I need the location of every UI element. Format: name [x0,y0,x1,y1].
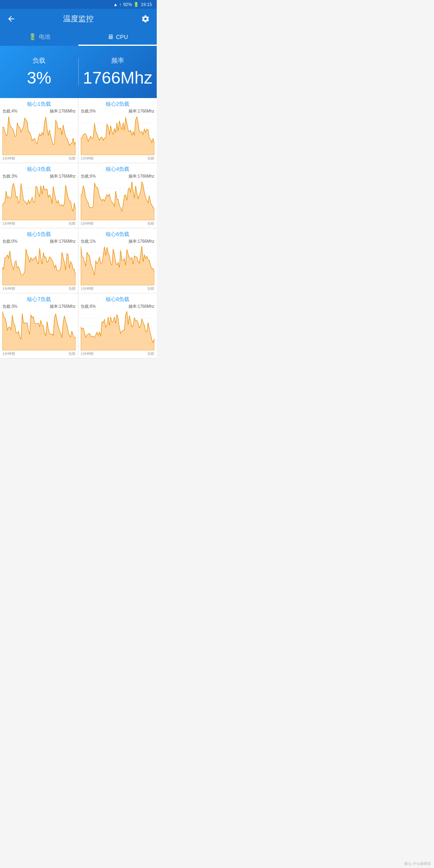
time-end-2: 当前 [147,156,154,161]
core-load-6: 负载:1% [81,239,96,244]
time-end-5: 当前 [68,286,76,291]
core-title-2: 核心2负载 [81,100,154,108]
core-stats-7: 负载:3% 频率:1766Mhz [2,304,76,309]
core-title-7: 核心7负载 [2,296,76,303]
core-chart-4: 核心4负载 负载:6% 频率:1766Mhz 1分钟前 当前 [78,163,157,228]
time-end-7: 当前 [68,351,76,356]
time-start-3: 1分钟前 [2,221,15,226]
core-freq-5: 频率:1766Mhz [50,239,76,244]
core-stats-3: 负载:3% 频率:1766Mhz [2,174,76,179]
back-button[interactable] [5,12,18,25]
chart-time-labels-2: 1分钟前 当前 [81,156,154,161]
core-freq-1: 频率:1766Mhz [50,108,76,114]
summary-header: 负载 3% 频率 1766Mhz [0,46,157,98]
chart-time-labels-3: 1分钟前 当前 [2,221,76,226]
core-title-5: 核心5负载 [2,231,76,238]
battery-icon: 🔋 [133,2,139,7]
chart-time-labels-6: 1分钟前 当前 [81,286,154,291]
core-stats-5: 负载:0% 频率:1766Mhz [2,239,76,244]
chart-area-5 [2,245,76,285]
core-freq-2: 频率:1766Mhz [129,108,154,114]
time-start-1: 1分钟前 [2,156,15,161]
load-label: 负载 [33,57,45,65]
time-end-3: 当前 [68,221,76,226]
page-title: 温度监控 [18,14,139,24]
core-freq-7: 频率:1766Mhz [50,304,76,309]
chart-area-2 [81,115,154,155]
status-icons: ▲ ↑ 92% 🔋 19:15 [113,2,152,7]
load-summary: 负载 3% [0,54,78,90]
time-start-2: 1分钟前 [81,156,94,161]
core-stats-6: 负载:1% 频率:1766Mhz [81,239,154,244]
core-freq-8: 频率:1766Mhz [129,304,154,309]
chart-time-labels-4: 1分钟前 当前 [81,221,154,226]
time-start-5: 1分钟前 [2,286,15,291]
core-load-7: 负载:3% [2,304,17,309]
freq-label: 频率 [111,57,124,65]
tab-cpu[interactable]: 🖥 CPU [78,29,157,46]
core-title-4: 核心4负载 [81,166,154,173]
clock: 19:15 [141,2,152,7]
battery-tab-icon: 🔋 [29,33,37,41]
status-bar: ▲ ↑ 92% 🔋 19:15 [0,0,157,9]
core-freq-4: 频率:1766Mhz [129,174,154,179]
signal-icon: ↑ [119,2,122,7]
tab-cpu-label: CPU [116,34,128,40]
chart-time-labels-8: 1分钟前 当前 [81,351,154,356]
chart-area-6 [81,245,154,285]
time-start-8: 1分钟前 [81,351,94,356]
cpu-tab-icon: 🖥 [107,33,114,41]
load-value: 3% [27,68,51,88]
settings-button[interactable] [139,12,152,25]
chart-area-4 [81,180,154,220]
core-chart-1: 核心1负载 负载:4% 频率:1766Mhz 1分钟前 当前 [0,98,78,163]
wifi-icon: ▲ [113,2,118,7]
core-stats-8: 负载:6% 频率:1766Mhz [81,304,154,309]
core-title-6: 核心6负载 [81,231,154,238]
tabs: 🔋 电池 🖥 CPU [0,29,157,46]
tab-battery-label: 电池 [39,33,50,41]
core-title-3: 核心3负载 [2,166,76,173]
time-start-7: 1分钟前 [2,351,15,356]
freq-value: 1766Mhz [83,68,152,88]
time-end-4: 当前 [147,221,154,226]
chart-time-labels-7: 1分钟前 当前 [2,351,76,356]
time-start-4: 1分钟前 [81,221,94,226]
core-load-1: 负载:4% [2,108,17,114]
core-chart-7: 核心7负载 负载:3% 频率:1766Mhz 1分钟前 当前 [0,293,78,358]
core-load-5: 负载:0% [2,239,17,244]
chart-time-labels-1: 1分钟前 当前 [2,156,76,161]
core-chart-2: 核心2负载 负载:0% 频率:1766Mhz 1分钟前 当前 [78,98,157,163]
core-load-2: 负载:0% [81,108,96,114]
core-load-8: 负载:6% [81,304,96,309]
core-load-4: 负载:6% [81,174,96,179]
core-freq-3: 频率:1766Mhz [50,174,76,179]
chart-area-7 [2,310,76,350]
core-stats-1: 负载:4% 频率:1766Mhz [2,108,76,114]
time-end-6: 当前 [147,286,154,291]
chart-area-3 [2,180,76,220]
cores-grid: 核心1负载 负载:4% 频率:1766Mhz 1分钟前 当前 核心2负载 负载:… [0,98,157,358]
core-chart-3: 核心3负载 负载:3% 频率:1766Mhz 1分钟前 当前 [0,163,78,228]
time-start-6: 1分钟前 [81,286,94,291]
core-freq-6: 频率:1766Mhz [129,239,154,244]
core-stats-2: 负载:0% 频率:1766Mhz [81,108,154,114]
core-title-1: 核心1负载 [2,100,76,108]
core-title-8: 核心8负载 [81,296,154,303]
core-load-3: 负载:3% [2,174,17,179]
chart-time-labels-5: 1分钟前 当前 [2,286,76,291]
chart-area-1 [2,115,76,155]
battery-percent: 92% [123,2,132,7]
core-chart-8: 核心8负载 负载:6% 频率:1766Mhz 1分钟前 当前 [78,293,157,358]
core-chart-6: 核心6负载 负载:1% 频率:1766Mhz 1分钟前 当前 [78,228,157,293]
core-chart-5: 核心5负载 负载:0% 频率:1766Mhz 1分钟前 当前 [0,228,78,293]
core-stats-4: 负载:6% 频率:1766Mhz [81,174,154,179]
time-end-8: 当前 [147,351,154,356]
tab-battery[interactable]: 🔋 电池 [0,29,78,46]
chart-area-8 [81,310,154,350]
toolbar: 温度监控 [0,9,157,29]
freq-summary: 频率 1766Mhz [79,54,157,90]
time-end-1: 当前 [68,156,76,161]
